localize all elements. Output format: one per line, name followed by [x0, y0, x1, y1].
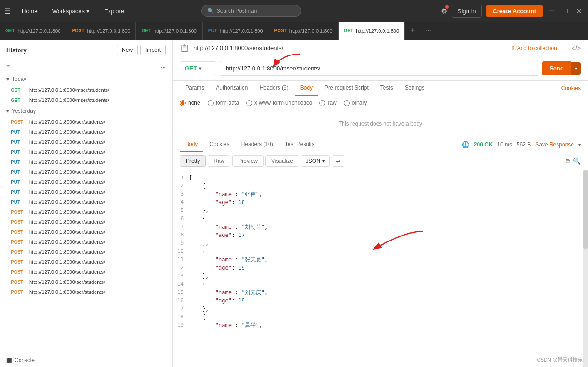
send-arrow-button[interactable]: ▾ — [571, 62, 581, 75]
body-radio-none[interactable] — [180, 100, 186, 106]
url-input[interactable] — [220, 61, 538, 76]
list-item[interactable]: PUThttp://127.0.0.1:8000/ser/students/ — [0, 147, 172, 157]
xml-button[interactable]: </> — [572, 45, 581, 52]
tab-item-5[interactable]: GEThttp://127.0.0.1:800 — [339, 22, 405, 40]
signin-button[interactable]: Sign In — [452, 5, 482, 18]
list-item[interactable]: PUThttp://127.0.0.1:8000/ser/students/ — [0, 157, 172, 167]
code-area[interactable]: 1[2 {3 "name": "张伟",4 "age": 185 },6 {7 … — [173, 170, 588, 367]
req-tab-params[interactable]: Params — [180, 81, 209, 96]
add-to-collection-button[interactable]: ⬆ Add to collection — [511, 45, 557, 51]
req-tab-body[interactable]: Body — [295, 81, 318, 96]
menu-icon[interactable]: ☰ — [5, 7, 11, 15]
history-url: http://127.0.0.1:8000/ser/students/ — [29, 229, 105, 235]
save-response-button[interactable]: Save Response — [535, 141, 574, 148]
format-select[interactable]: JSON▾ — [301, 155, 330, 167]
resp-tab-headers(10)[interactable]: Headers (10) — [236, 137, 279, 152]
list-item[interactable]: PUThttp://127.0.0.1:8000/ser/students/ — [0, 177, 172, 187]
maximize-button[interactable]: □ — [561, 7, 570, 15]
tab-item-0[interactable]: GEThttp://127.0.0.1:800 — [0, 22, 66, 40]
nav-explore[interactable]: Explore — [100, 6, 128, 16]
new-button[interactable]: New — [117, 45, 138, 55]
body-option-raw[interactable]: raw — [319, 100, 336, 106]
req-tab-tests[interactable]: Tests — [375, 81, 399, 96]
tab-item-1[interactable]: POSThttp://127.0.0.1:800 — [66, 22, 136, 40]
code-scrollbar[interactable] — [583, 170, 588, 367]
new-tab-button[interactable]: + — [405, 26, 421, 35]
sidebar-header: History New Import — [0, 40, 172, 60]
scrollbar-thumb[interactable] — [583, 170, 588, 249]
body-radio-form-data[interactable] — [208, 100, 214, 106]
body-option-binary[interactable]: binary — [344, 100, 367, 106]
fmt-btn-raw[interactable]: Raw — [208, 155, 230, 167]
list-item[interactable]: PUThttp://127.0.0.1:8000/ser/students/ — [0, 187, 172, 197]
req-tab-settings[interactable]: Settings — [399, 81, 430, 96]
list-item[interactable]: PUThttp://127.0.0.1:8000/ser/students/ — [0, 127, 172, 137]
body-option-none[interactable]: none — [180, 100, 200, 106]
list-item[interactable]: PUThttp://127.0.0.1:8000/ser/students/ — [0, 137, 172, 147]
minimize-button[interactable]: ─ — [547, 7, 556, 15]
list-item[interactable]: GEThttp://127.0.0.1:8000/mser/students/ — [0, 85, 172, 95]
nav-home[interactable]: Home — [18, 6, 41, 16]
search-bar[interactable]: 🔍 Search Postman — [201, 5, 301, 17]
add-collection-label: Add to collection — [517, 45, 557, 51]
gear-button[interactable]: ⚙ — [441, 7, 447, 15]
list-item[interactable]: POSThttp://127.0.0.1:8000/ser/students/ — [0, 267, 172, 277]
resp-tab-testresults[interactable]: Test Results — [279, 137, 320, 152]
fmt-btn-visualize[interactable]: Visualize — [265, 155, 299, 167]
list-item[interactable]: PUThttp://127.0.0.1:8000/ser/students/ — [0, 167, 172, 177]
fmt-btn-pretty[interactable]: Pretty — [180, 155, 206, 167]
list-item[interactable]: POSThttp://127.0.0.1:8000/ser/students/ — [0, 207, 172, 217]
cookies-button[interactable]: Cookies — [561, 85, 581, 91]
search-icon: 🔍 — [207, 8, 214, 14]
fmt-btn-preview[interactable]: Preview — [232, 155, 264, 167]
list-item[interactable]: POSThttp://127.0.0.1:8000/ser/students/ — [0, 277, 172, 287]
send-main-button[interactable]: Send — [542, 61, 571, 75]
tab-item-4[interactable]: POSThttp://127.0.0.1:800 — [269, 22, 339, 40]
list-item[interactable]: POSThttp://127.0.0.1:8000/ser/students/ — [0, 257, 172, 267]
body-radio-x-www-form-urlencoded[interactable] — [246, 100, 252, 106]
body-radio-raw[interactable] — [319, 100, 325, 106]
filter-icon[interactable]: ≡ — [6, 64, 10, 70]
history-url: http://127.0.0.1:8000/ser/students/ — [29, 129, 105, 135]
create-account-button[interactable]: Create Account — [486, 5, 543, 17]
history-group-0[interactable]: ▾Today — [0, 73, 172, 85]
list-item[interactable]: POSThttp://127.0.0.1:8000/ser/students/ — [0, 227, 172, 237]
tab-item-3[interactable]: PUThttp://127.0.0.1:800 — [203, 22, 269, 40]
code-line: 12 "age": 19 — [173, 264, 588, 272]
req-tab-pre-requestscript[interactable]: Pre-request Script — [319, 81, 374, 96]
list-item[interactable]: POSThttp://127.0.0.1:8000/ser/students/ — [0, 117, 172, 127]
tabs-more-button[interactable]: ··· — [421, 27, 436, 35]
status-time: 10 ms — [497, 141, 512, 148]
line-number: 7 — [173, 223, 189, 231]
save-response-arrow[interactable]: ▾ — [578, 142, 581, 147]
req-tab-authorization[interactable]: Authorization — [210, 81, 253, 96]
req-tab-headers(6)[interactable]: Headers (6) — [254, 81, 294, 96]
wrap-button[interactable]: ⇌ — [332, 155, 344, 167]
list-item[interactable]: POSThttp://127.0.0.1:8000/ser/students/ — [0, 237, 172, 247]
search-response-icon[interactable]: 🔍 — [573, 157, 581, 165]
copy-icon[interactable]: ⧉ — [566, 157, 570, 165]
resp-tab-body[interactable]: Body — [180, 137, 203, 152]
close-button[interactable]: ✕ — [574, 7, 583, 15]
list-item[interactable]: PUThttp://127.0.0.1:8000/ser/students/ — [0, 197, 172, 207]
tab-url-3: http://127.0.0.1:800 — [220, 28, 263, 34]
resp-tab-cookies[interactable]: Cookies — [204, 137, 234, 152]
send-button-group: Send ▾ — [542, 61, 581, 75]
body-option-form-data[interactable]: form-data — [208, 100, 239, 106]
method-select[interactable]: GET ▾ — [180, 61, 216, 75]
line-number: 12 — [173, 264, 189, 272]
nav-workspaces[interactable]: Workspaces ▾ — [49, 6, 93, 16]
list-item[interactable]: GEThttp://127.0.0.1:8000/mser/students/ — [0, 95, 172, 105]
sidebar-more-icon[interactable]: ··· — [160, 63, 166, 70]
list-item[interactable]: POSThttp://127.0.0.1:8000/ser/students/ — [0, 217, 172, 227]
tab-item-2[interactable]: GEThttp://127.0.0.1:800 — [136, 22, 202, 40]
console-label[interactable]: Console — [15, 357, 35, 363]
body-radio-binary[interactable] — [344, 100, 350, 106]
import-button[interactable]: Import — [140, 45, 166, 55]
history-url: http://127.0.0.1:8000/ser/students/ — [29, 209, 105, 215]
method-label: GET — [185, 65, 197, 72]
history-group-1[interactable]: ▾Yesterday — [0, 105, 172, 117]
body-option-x-www-form-urlencoded[interactable]: x-www-form-urlencoded — [246, 100, 312, 106]
list-item[interactable]: POSThttp://127.0.0.1:8000/ser/students/ — [0, 287, 172, 297]
list-item[interactable]: POSThttp://127.0.0.1:8000/ser/students/ — [0, 247, 172, 257]
